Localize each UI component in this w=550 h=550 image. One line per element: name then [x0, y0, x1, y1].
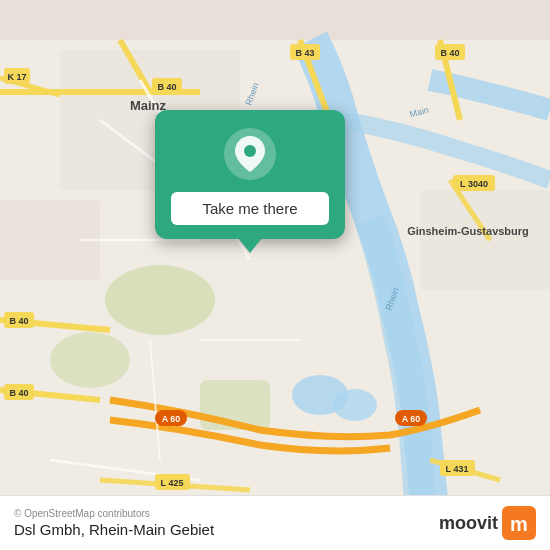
map-background: B 40 B 43 B 40 K 17 B 40 B 40 A 60 A 60 …: [0, 0, 550, 550]
svg-text:L 3040: L 3040: [460, 179, 488, 189]
svg-text:A 60: A 60: [402, 414, 421, 424]
take-me-there-button[interactable]: Take me there: [171, 192, 329, 225]
svg-text:B 40: B 40: [9, 388, 28, 398]
location-pin-icon: [235, 136, 265, 172]
svg-point-4: [50, 332, 130, 388]
svg-point-2: [333, 389, 377, 421]
svg-text:L 431: L 431: [446, 464, 469, 474]
popup-card: Take me there: [155, 110, 345, 239]
svg-text:m: m: [510, 513, 528, 535]
svg-point-54: [244, 145, 256, 157]
svg-text:A 60: A 60: [162, 414, 181, 424]
svg-text:Ginsheim-Gustavsburg: Ginsheim-Gustavsburg: [407, 225, 529, 237]
svg-text:B 40: B 40: [157, 82, 176, 92]
svg-text:K 17: K 17: [7, 72, 26, 82]
svg-point-3: [105, 265, 215, 335]
svg-text:B 40: B 40: [440, 48, 459, 58]
svg-text:L 425: L 425: [161, 478, 184, 488]
moovit-text: moovit: [439, 513, 498, 534]
bottom-left-info: © OpenStreetMap contributors Dsl Gmbh, R…: [14, 508, 214, 538]
moovit-logo-icon: m: [502, 506, 536, 540]
svg-text:B 43: B 43: [295, 48, 314, 58]
svg-text:B 40: B 40: [9, 316, 28, 326]
svg-rect-8: [420, 190, 550, 290]
location-icon-wrapper: [224, 128, 276, 180]
copyright-text: © OpenStreetMap contributors: [14, 508, 214, 519]
bottom-bar: © OpenStreetMap contributors Dsl Gmbh, R…: [0, 495, 550, 550]
moovit-logo: moovit m: [439, 506, 536, 540]
map-container: B 40 B 43 B 40 K 17 B 40 B 40 A 60 A 60 …: [0, 0, 550, 550]
location-name: Dsl Gmbh, Rhein-Main Gebiet: [14, 521, 214, 538]
